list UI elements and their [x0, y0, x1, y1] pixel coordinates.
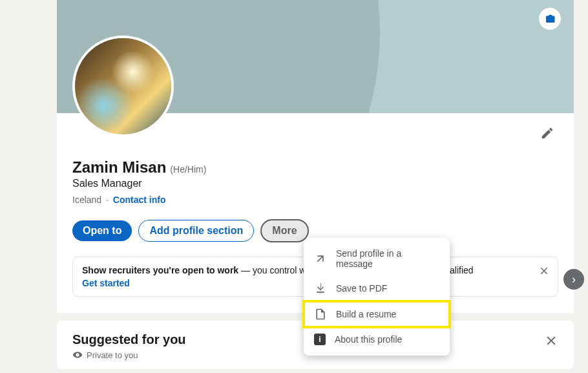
- profile-name: Zamin Misan: [72, 158, 166, 176]
- contact-info-link[interactable]: Contact info: [113, 195, 166, 205]
- dismiss-suggested[interactable]: [544, 334, 558, 350]
- suggested-privacy-label: Private to you: [87, 350, 138, 360]
- location-row: Iceland · Contact info: [72, 195, 558, 205]
- eye-icon: [72, 350, 83, 360]
- send-icon: [314, 252, 327, 265]
- dismiss-open-to-card[interactable]: [538, 265, 550, 279]
- close-icon: [544, 334, 558, 348]
- get-started-link[interactable]: Get started: [82, 278, 130, 288]
- edit-profile-button[interactable]: [540, 126, 554, 143]
- download-icon: [314, 282, 327, 295]
- menu-build-resume-label: Build a resume: [336, 309, 396, 319]
- menu-build-resume[interactable]: Build a resume: [304, 301, 450, 327]
- close-icon: [538, 265, 550, 277]
- profile-avatar[interactable]: [72, 36, 174, 137]
- avatar-image: [75, 38, 171, 134]
- pencil-icon: [540, 126, 554, 140]
- profile-headline: Sales Manager: [72, 178, 558, 189]
- menu-save-pdf[interactable]: Save to PDF: [304, 275, 450, 301]
- more-dropdown-menu: Send profile in a message Save to PDF Bu…: [304, 238, 450, 356]
- edit-cover-photo-button[interactable]: [539, 8, 561, 30]
- carousel-next-button[interactable]: ›: [563, 269, 584, 290]
- profile-location: Iceland: [72, 195, 101, 205]
- menu-send-profile-label: Send profile in a message: [336, 248, 439, 269]
- camera-icon: [544, 13, 556, 25]
- menu-about-profile-label: About this profile: [335, 334, 402, 345]
- open-to-button[interactable]: Open to: [72, 220, 132, 241]
- document-icon: [314, 308, 327, 321]
- menu-send-profile[interactable]: Send profile in a message: [304, 242, 450, 275]
- menu-save-pdf-label: Save to PDF: [336, 283, 387, 293]
- open-to-work-prefix: Show recruiters you're open to work: [82, 265, 238, 275]
- info-icon: i: [314, 334, 326, 345]
- profile-pronouns: (He/Him): [170, 164, 206, 175]
- profile-card: Zamin Misan (He/Him) Sales Manager Icela…: [57, 0, 574, 313]
- chevron-right-icon: ›: [572, 273, 576, 286]
- add-profile-section-button[interactable]: Add profile section: [138, 220, 254, 242]
- menu-about-profile[interactable]: i About this profile: [304, 327, 450, 352]
- more-button[interactable]: More: [260, 219, 308, 242]
